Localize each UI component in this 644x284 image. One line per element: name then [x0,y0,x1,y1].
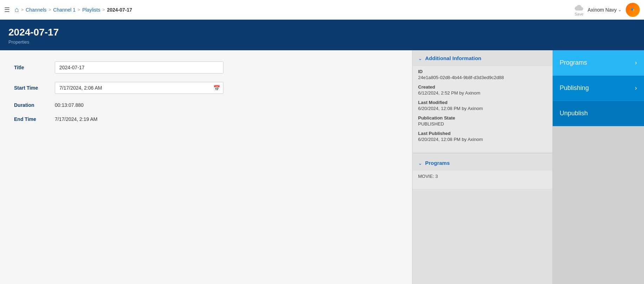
last-published-label: Last Published [418,131,547,136]
end-time-label: End Time [14,116,49,122]
user-name: Axinom Navy [588,7,617,13]
title-input[interactable] [55,62,223,73]
breadcrumb-sep-1: > [21,7,24,12]
programs-section: ⌄ Programs MOVIE: 3 [412,155,552,189]
save-label: Save [574,12,583,16]
header-banner: 2024-07-17 Properties [0,20,644,50]
last-modified-field: Last Modified 6/20/2024, 12:08 PM by Axi… [418,100,547,111]
additional-info-chevron-icon: ⌄ [418,56,422,61]
topbar-right: Save Axinom Navy ⌄ 🎭 [574,3,640,17]
logo-text: 🎭 [631,8,635,12]
additional-info-section: ⌄ Additional Information ID 24e1a805-02d… [412,50,552,152]
app-logo: 🎭 [626,3,640,17]
additional-info-body: ID 24e1a805-02d8-4b44-9b8f-d3d3ed9c2d88 … [412,66,552,152]
end-time-value: 7/17/2024, 2:19 AM [55,116,97,122]
title-label: Title [14,65,49,70]
start-time-input-wrapper: 📅 [55,82,223,94]
last-modified-label: Last Modified [418,100,547,105]
created-value: 6/12/2024, 2:52 PM by Axinom [418,90,547,96]
page-subtitle: Properties [8,39,636,45]
section-divider [412,153,552,154]
start-time-input[interactable] [59,82,213,93]
right-nav-publishing[interactable]: Publishing › [553,76,644,101]
additional-info-header[interactable]: ⌄ Additional Information [412,50,552,66]
start-time-label: Start Time [14,85,49,91]
publication-state-field: Publication State PUBLISHED [418,115,547,127]
programs-header[interactable]: ⌄ Programs [412,155,552,171]
id-value: 24e1a805-02d8-4b44-9b8f-d3d3ed9c2d88 [418,75,547,80]
last-published-value: 6/20/2024, 12:08 PM by Axinom [418,137,547,142]
id-label: ID [418,69,547,74]
title-row: Title [14,62,398,73]
left-panel: Title Start Time 📅 Duration 00:13:07.880… [0,50,412,284]
duration-value: 00:13:07.880 [55,102,84,108]
duration-row: Duration 00:13:07.880 [14,102,398,108]
programs-chevron-icon: ⌄ [418,160,422,166]
breadcrumb-channel1[interactable]: Channel 1 [53,7,76,13]
publication-state-value: PUBLISHED [418,121,547,127]
calendar-icon[interactable]: 📅 [213,85,220,91]
topbar: ☰ ⌂ > Channels > Channel 1 > Playlists >… [0,0,644,20]
programs-body: MOVIE: 3 [412,171,552,189]
created-label: Created [418,84,547,90]
save-cloud-icon [575,4,583,12]
additional-info-title: Additional Information [425,55,481,61]
page-title: 2024-07-17 [8,27,636,38]
id-field: ID 24e1a805-02d8-4b44-9b8f-d3d3ed9c2d88 [418,69,547,80]
last-published-field: Last Published 6/20/2024, 12:08 PM by Ax… [418,131,547,142]
breadcrumb-channels[interactable]: Channels [26,7,46,13]
breadcrumb-playlists[interactable]: Playlists [82,7,100,13]
breadcrumb-sep-3: > [78,7,80,12]
save-area[interactable]: Save [574,4,583,16]
right-nav-programs-arrow-icon: › [635,59,637,66]
main-content: Title Start Time 📅 Duration 00:13:07.880… [0,50,644,284]
topbar-left: ☰ ⌂ > Channels > Channel 1 > Playlists >… [4,6,572,14]
right-nav-unpublish-label: Unpublish [560,110,588,117]
right-panel-bottom [553,126,644,284]
breadcrumb-current: 2024-07-17 [107,7,132,13]
movie-value: MOVIE: 3 [418,174,547,179]
breadcrumb-sep-2: > [48,7,51,12]
movie-field: MOVIE: 3 [418,174,547,179]
programs-title: Programs [425,160,450,166]
home-icon[interactable]: ⌂ [15,6,19,14]
middle-panel: ⌄ Additional Information ID 24e1a805-02d… [412,50,553,284]
right-panel: Programs › Publishing › Unpublish [553,50,644,284]
breadcrumb-sep-4: > [102,7,105,12]
created-field: Created 6/12/2024, 2:52 PM by Axinom [418,84,547,96]
duration-label: Duration [14,102,49,108]
right-nav-programs-label: Programs [560,59,587,66]
right-nav-publishing-label: Publishing [560,84,589,92]
start-time-row: Start Time 📅 [14,82,398,94]
publication-state-label: Publication State [418,115,547,121]
end-time-row: End Time 7/17/2024, 2:19 AM [14,116,398,122]
right-nav-programs[interactable]: Programs › [553,50,644,76]
right-nav-publishing-arrow-icon: › [635,84,637,92]
last-modified-value: 6/20/2024, 12:08 PM by Axinom [418,106,547,111]
menu-icon[interactable]: ☰ [4,6,10,14]
chevron-down-icon: ⌄ [618,7,622,12]
user-dropdown[interactable]: Axinom Navy ⌄ [588,7,622,13]
right-nav-unpublish[interactable]: Unpublish [553,101,644,126]
